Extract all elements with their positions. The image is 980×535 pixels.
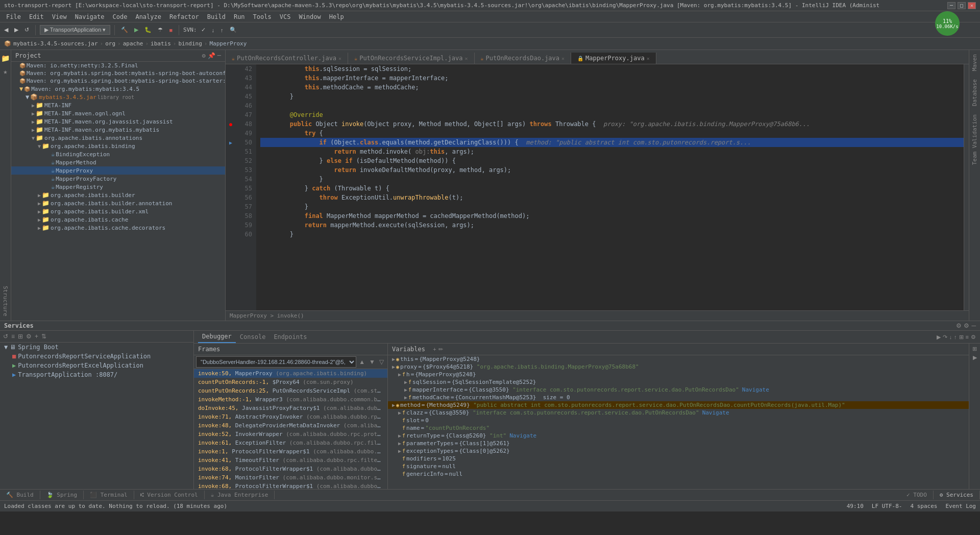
tree-item-cache-decorators[interactable]: ▶📁 org.apache.ibatis.cache.decorators: [11, 224, 225, 232]
tree-item-org-apache-binding[interactable]: ▼📁 org.apache.ibatis.binding: [11, 142, 225, 150]
var-modifiers[interactable]: f modifiers = 1025: [388, 455, 969, 463]
btoolbar-java-enterprise[interactable]: ☕ Java Enterprise: [205, 491, 275, 499]
tree-item-netty[interactable]: 📦Maven: io.netty:netty:3.2.5.Final: [11, 62, 225, 69]
menu-build[interactable]: Build: [203, 12, 230, 21]
event-log-btn[interactable]: Event Log: [945, 503, 976, 509]
database-sidebar-icon[interactable]: Database: [970, 77, 979, 108]
var-returntype[interactable]: ▶ f returnType = {Class@5260} "int" Navi…: [388, 432, 969, 440]
breadcrumb-ibatis[interactable]: ibatis: [151, 40, 171, 47]
svc-sort-btn[interactable]: ⇅: [40, 332, 47, 341]
back-button[interactable]: ◀: [2, 26, 10, 34]
tree-item-builder-annotation[interactable]: ▶📁 org.apache.ibatis.builder.annotation: [11, 199, 225, 207]
run-btn[interactable]: ▶: [132, 26, 140, 34]
tree-item-binding-exception[interactable]: ☕ BindingException: [11, 150, 225, 158]
tab-controller[interactable]: ☕ PutOnRecordsController.java ✕: [226, 53, 348, 64]
tab-close-serviceimpl[interactable]: ✕: [464, 56, 468, 61]
structure-icon[interactable]: Structure: [0, 284, 11, 319]
maven-sidebar-icon[interactable]: Maven: [970, 52, 979, 73]
frame-timeoutfilter[interactable]: invoke:41, TimeoutFilter (com.alibaba.du…: [194, 456, 387, 465]
tab-close-controller[interactable]: ✕: [338, 56, 341, 61]
frame-invokerwrapper[interactable]: invoke:52, InvokerWrapper (com.alibaba.d…: [194, 430, 387, 439]
tree-item-mybatis-main[interactable]: ▼📦Maven: org.mybatis:mybatis:3.4.5: [11, 85, 225, 93]
var-exceptiontypes[interactable]: ▶ f exceptionTypes = {Class[0]@5262}: [388, 447, 969, 455]
service-putonrecords-excel[interactable]: ▶ PutonrecordsReportExcelApplication: [0, 361, 193, 370]
frame-doinvoke[interactable]: doInvoke:45, JavassistProxyFactory$1 (co…: [194, 404, 387, 412]
debug-toolbar-settings[interactable]: ⚙: [971, 334, 976, 341]
menu-run[interactable]: Run: [230, 12, 249, 21]
frame-protocolfilterwrapper2[interactable]: invoke:68, ProtocolFilterWrapper$1 (com.…: [194, 465, 387, 473]
debug-sidebar-btn2[interactable]: ▶: [973, 354, 977, 361]
frame-count-1[interactable]: countPutOnRecords:-1, $Proxy64 (com.sun.…: [194, 378, 387, 386]
tab-serviceimpl[interactable]: ☕ PutOnRecordsServiceImpl.java ✕: [348, 53, 474, 64]
menu-code[interactable]: Code: [109, 12, 132, 21]
menu-tools[interactable]: Tools: [249, 12, 276, 21]
tree-item-mapper-proxy-factory[interactable]: ☕ MapperProxyFactory: [11, 175, 225, 183]
menu-vcs[interactable]: VCS: [276, 12, 295, 21]
tree-item-cache[interactable]: ▶📁 org.apache.ibatis.cache: [11, 215, 225, 224]
editor-scrollbar[interactable]: [964, 64, 969, 310]
svn-check[interactable]: ✓: [199, 26, 208, 34]
svn-commit[interactable]: ↑: [218, 26, 226, 34]
service-putonrecords-report[interactable]: ■ PutonrecordsReportServiceApplication: [0, 352, 193, 361]
breadcrumb-jar-text[interactable]: mybatis-3.4.5-sources.jar: [13, 40, 98, 47]
menu-view[interactable]: View: [48, 12, 71, 21]
menu-navigate[interactable]: Navigate: [71, 12, 109, 21]
btoolbar-services[interactable]: ⚙ Services: [934, 491, 980, 499]
tree-item-org-apache[interactable]: ▼📁 org.apache.ibatis.annotations: [11, 134, 225, 142]
tab-mapperproxy[interactable]: 🔒 MapperProxy.java ✕: [571, 53, 656, 64]
debug-toolbar-step-into[interactable]: ↓: [949, 334, 952, 341]
breadcrumb-org[interactable]: org: [105, 40, 115, 47]
svc-settings-btn[interactable]: ⚙: [25, 332, 33, 341]
btoolbar-build[interactable]: 🔨 Build: [0, 491, 40, 499]
tree-item-builder-xml[interactable]: ▶📁 org.apache.ibatis.builder.xml: [11, 207, 225, 215]
btoolbar-todo[interactable]: ✓ TODO: [900, 491, 934, 499]
tree-item-meta-maven-ognl[interactable]: ▶📁 META-INF.maven.ognl.ognl: [11, 109, 225, 117]
var-proxy[interactable]: ▶ ◉ proxy = {$Proxy64@5218} "org.apache.…: [388, 363, 969, 371]
menu-help[interactable]: Help: [325, 12, 348, 21]
menu-edit[interactable]: Edit: [25, 12, 48, 21]
tree-item-mapper-proxy[interactable]: ☕ MapperProxy: [11, 166, 225, 175]
app-selector[interactable]: ▶ TransportApplication ▾: [40, 25, 110, 35]
frames-down-btn[interactable]: ▼: [368, 358, 377, 366]
coverage-btn[interactable]: ☂: [156, 26, 165, 34]
debugger-tab-console[interactable]: Console: [236, 331, 270, 343]
var-clazz[interactable]: ▶ f clazz = {Class@3550} "interface com.…: [388, 409, 969, 417]
debug-sidebar-btn1[interactable]: ⊞: [972, 346, 977, 352]
tree-item-meta-mybatis[interactable]: ▶📁 META-INF.maven.org.mybatis.mybatis: [11, 126, 225, 134]
var-h[interactable]: ▶ f h = {MapperProxy@5248}: [388, 371, 969, 378]
breadcrumb-binding[interactable]: binding: [178, 40, 202, 47]
frame-count-25[interactable]: countPutOnRecords:25, PutOnRecordsServic…: [194, 386, 387, 395]
menu-file[interactable]: File: [2, 12, 25, 21]
frame-abstractproxy[interactable]: invoke:71, AbstractProxyInvoker (com.ali…: [194, 412, 387, 421]
frame-protocolfilterwrapper3[interactable]: invoke:68, ProtocolFilterWrapper$1 (com.…: [194, 482, 387, 489]
tree-item-mapper-registry[interactable]: ☕ MapperRegistry: [11, 183, 225, 191]
svn-update[interactable]: ↓: [210, 26, 217, 34]
svc-refresh-btn[interactable]: ↺: [2, 332, 9, 341]
var-signature[interactable]: f signature = null: [388, 463, 969, 470]
btoolbar-terminal[interactable]: ⬛ Terminal: [84, 491, 134, 499]
debug-toolbar-evaluate[interactable]: ⊞: [959, 334, 964, 341]
var-methodcache[interactable]: ▶ f methodCache = {ConcurrentHashMap@525…: [388, 394, 969, 401]
project-gear-icon[interactable]: ⚙: [202, 52, 206, 59]
status-spaces[interactable]: 4 spaces: [910, 503, 937, 509]
debug-toolbar-step-out[interactable]: ↑: [954, 334, 957, 341]
tree-item-mapper-method[interactable]: ☕ MapperMethod: [11, 158, 225, 166]
debug-toolbar-step-over[interactable]: ↷: [943, 334, 947, 341]
frames-filter-btn[interactable]: ▽: [378, 358, 385, 366]
tree-item-mybatis-jar[interactable]: ▼📦 mybatis-3.4.5.jar library root: [11, 93, 225, 101]
navigate-link-clazz[interactable]: Navigate: [702, 409, 729, 416]
debugger-tab-debugger[interactable]: Debugger: [198, 331, 236, 343]
debug-toolbar-resume[interactable]: ▶: [937, 334, 941, 341]
var-genericinfo[interactable]: f genericInfo = null: [388, 470, 969, 478]
debugger-tab-endpoints[interactable]: Endpoints: [270, 331, 311, 343]
frame-monitorfilter[interactable]: invoke:74, MonitorFilter (com.alibaba.du…: [194, 473, 387, 482]
tree-item-mybatis-spring[interactable]: 📦Maven: org.mybatis.spring.boot:mybatis-…: [11, 69, 225, 77]
navigate-link-mapper[interactable]: Navigate: [742, 386, 769, 393]
project-pin-icon[interactable]: 📌: [208, 52, 215, 59]
frame-invoke-50[interactable]: invoke:50, MapperProxy (org.apache.ibati…: [194, 369, 387, 378]
status-line-col[interactable]: 49:10: [847, 503, 864, 509]
menu-window[interactable]: Window: [295, 12, 325, 21]
close-button[interactable]: ✕: [968, 2, 976, 9]
breadcrumb-jar[interactable]: 📦: [4, 40, 11, 47]
stop-btn[interactable]: ■: [167, 26, 175, 34]
